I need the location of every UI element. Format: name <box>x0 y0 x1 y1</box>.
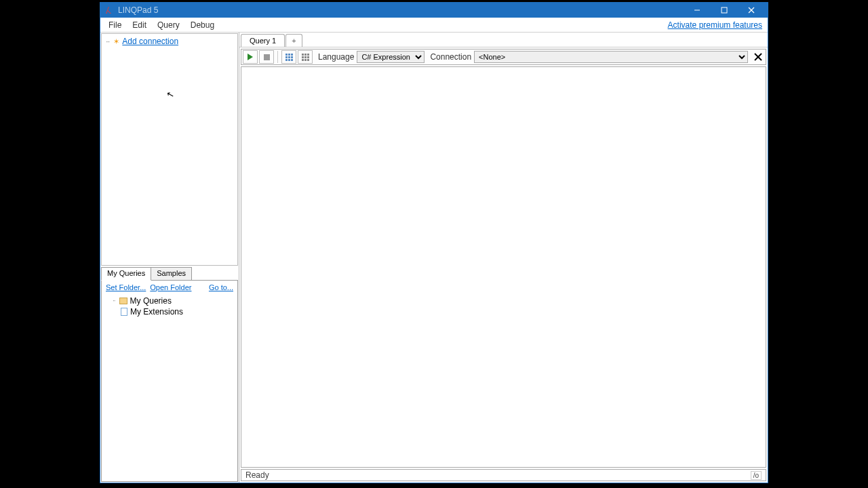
grid-view-icon <box>302 54 309 61</box>
menu-query[interactable]: Query <box>152 19 185 31</box>
add-connection-row[interactable]: ··· ✶ Add connection <box>106 37 233 46</box>
play-icon <box>248 54 253 60</box>
tree-my-queries[interactable]: ·· My Queries <box>106 296 233 306</box>
close-button[interactable] <box>738 3 765 17</box>
stop-icon <box>264 54 270 60</box>
tab-samples[interactable]: Samples <box>151 267 192 281</box>
close-query-button[interactable] <box>752 51 764 63</box>
right-column: Query 1 + <box>239 33 768 483</box>
titlebar: LINQPad 5 <box>100 3 768 18</box>
folder-links-row: Set Folder... Open Folder Go to... <box>106 283 233 291</box>
go-to-link[interactable]: Go to... <box>209 283 233 291</box>
connection-label: Connection <box>430 52 471 62</box>
window-title: LINQPad 5 <box>118 5 684 15</box>
list-view-icon <box>285 54 293 61</box>
menu-debug[interactable]: Debug <box>185 19 220 31</box>
set-folder-link[interactable]: Set Folder... <box>106 283 146 291</box>
activate-premium-link[interactable]: Activate premium features <box>668 20 765 30</box>
file-icon <box>121 308 127 316</box>
menu-edit[interactable]: Edit <box>127 19 152 31</box>
folder-icon <box>119 298 127 304</box>
language-select[interactable]: C# Expression <box>357 51 425 63</box>
tab-my-queries[interactable]: My Queries <box>101 267 151 281</box>
run-button[interactable] <box>243 50 258 64</box>
results-grid-button[interactable] <box>298 50 313 64</box>
toolbar: Language C# Expression Connection <None> <box>241 49 766 65</box>
window-buttons <box>684 3 765 17</box>
query-tabs: Query 1 + <box>239 33 768 47</box>
main-body: ··· ✶ Add connection ↖ My Queries Sample… <box>100 33 768 483</box>
left-column: ··· ✶ Add connection ↖ My Queries Sample… <box>100 33 239 483</box>
sidebar-tab-content: Set Folder... Open Folder Go to... ·· My… <box>101 280 238 482</box>
connection-select[interactable]: <None> <box>474 51 748 63</box>
app-window: LINQPad 5 File Edit Query Debug Activate… <box>100 2 768 483</box>
tree-label: My Queries <box>130 296 172 306</box>
language-label: Language <box>318 52 354 62</box>
results-list-button[interactable] <box>281 50 296 64</box>
maximize-button[interactable] <box>711 3 738 17</box>
statusbar: Ready /o <box>241 469 766 481</box>
add-connection-link[interactable]: Add connection <box>122 37 178 46</box>
query-editor[interactable] <box>241 66 766 468</box>
minimize-button[interactable] <box>684 3 711 17</box>
tree-dots-icon: ··· <box>106 38 109 45</box>
query-tab-1[interactable]: Query 1 <box>241 34 285 47</box>
new-query-tab[interactable]: + <box>285 34 302 47</box>
app-icon <box>103 5 114 16</box>
svg-rect-1 <box>722 7 727 13</box>
star-icon: ✶ <box>113 37 119 46</box>
mouse-cursor-icon: ↖ <box>165 89 176 100</box>
queries-panel: My Queries Samples Set Folder... Open Fo… <box>101 267 238 482</box>
menubar: File Edit Query Debug Activate premium f… <box>100 18 768 33</box>
tree-my-extensions[interactable]: My Extensions <box>106 306 233 317</box>
tree-dots-icon: ·· <box>113 297 115 304</box>
separator <box>277 51 278 63</box>
menu-file[interactable]: File <box>103 19 127 31</box>
connections-panel: ··· ✶ Add connection ↖ <box>101 33 238 266</box>
sidebar-tabs: My Queries Samples <box>101 267 238 281</box>
tree-label: My Extensions <box>130 307 183 317</box>
open-folder-link[interactable]: Open Folder <box>150 283 191 291</box>
stop-button[interactable] <box>259 50 274 64</box>
status-right: /o <box>751 471 762 480</box>
status-text: Ready <box>245 470 269 480</box>
